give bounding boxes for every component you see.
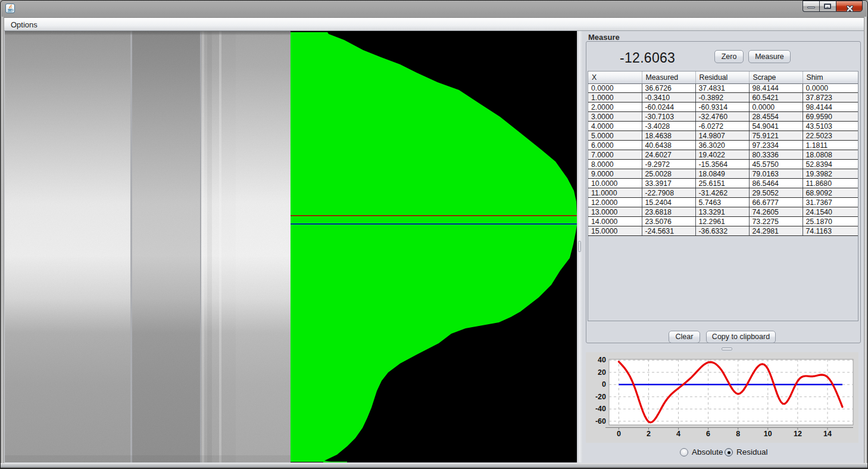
svg-text:20: 20 (598, 368, 606, 377)
svg-text:10: 10 (764, 430, 772, 438)
svg-text:6: 6 (706, 430, 710, 438)
svg-text:0: 0 (617, 430, 621, 438)
svg-text:-40: -40 (595, 405, 606, 413)
svg-text:2: 2 (647, 430, 651, 438)
svg-text:40: 40 (598, 356, 606, 364)
svg-text:-60: -60 (595, 417, 606, 425)
svg-text:14: 14 (823, 430, 832, 438)
svg-text:0: 0 (602, 380, 606, 389)
svg-text:12: 12 (794, 430, 802, 438)
svg-text:4: 4 (676, 430, 680, 438)
svg-text:8: 8 (736, 430, 740, 438)
svg-text:-20: -20 (595, 393, 606, 401)
